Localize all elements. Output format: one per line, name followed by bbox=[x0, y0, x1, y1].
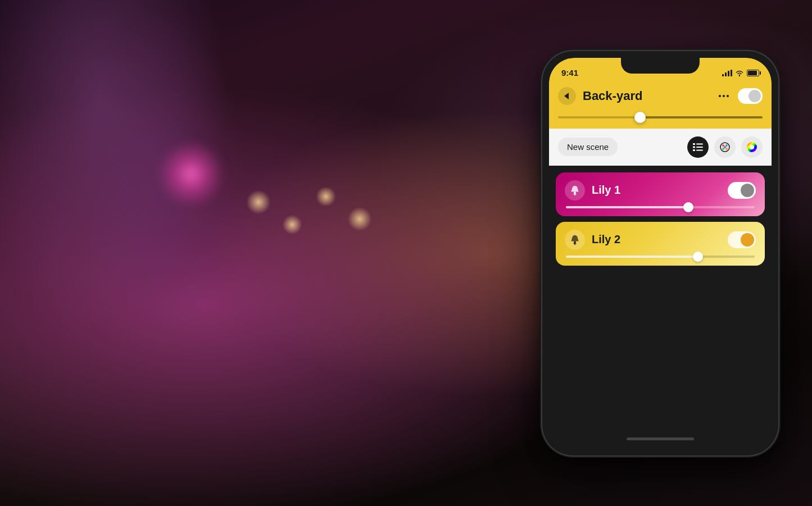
lily1-name: Lily 1 bbox=[592, 184, 721, 197]
phone-frame: 9:41 bbox=[542, 51, 778, 455]
new-scene-button[interactable]: New scene bbox=[558, 138, 618, 156]
color-wheel-button[interactable] bbox=[741, 136, 763, 158]
phone-screen: 9:41 bbox=[549, 58, 772, 449]
battery-icon bbox=[747, 70, 759, 76]
lily2-name: Lily 2 bbox=[592, 233, 721, 246]
status-icons bbox=[722, 70, 759, 76]
lily1-toggle[interactable] bbox=[728, 182, 756, 199]
svg-point-7 bbox=[722, 144, 724, 147]
palette-icon bbox=[719, 142, 731, 153]
svg-rect-2 bbox=[693, 149, 695, 151]
svg-point-13 bbox=[750, 145, 754, 149]
app-content: 9:41 bbox=[549, 58, 772, 449]
lily1-brightness-slider[interactable] bbox=[566, 206, 755, 208]
wifi-icon bbox=[735, 70, 744, 76]
more-options-button[interactable] bbox=[716, 93, 731, 99]
lily1-card[interactable]: Lily 1 bbox=[556, 172, 765, 216]
svg-point-11 bbox=[724, 146, 726, 148]
phone-mockup: 9:41 bbox=[542, 51, 778, 455]
phone-notch bbox=[621, 58, 700, 74]
lily1-icon-circle bbox=[565, 180, 585, 200]
color-wheel-icon bbox=[746, 141, 758, 153]
string-lights bbox=[225, 157, 393, 270]
svg-point-10 bbox=[725, 148, 728, 150]
status-time: 9:41 bbox=[561, 68, 578, 78]
room-power-toggle[interactable] bbox=[738, 88, 763, 104]
lily2-card[interactable]: Lily 2 bbox=[556, 222, 765, 266]
lily2-brightness-slider[interactable] bbox=[566, 256, 755, 258]
svg-rect-17 bbox=[574, 241, 575, 243]
room-title: Back-yard bbox=[583, 89, 710, 103]
svg-rect-4 bbox=[696, 147, 703, 148]
lily2-icon-circle bbox=[565, 230, 585, 250]
list-view-button[interactable] bbox=[687, 136, 709, 158]
lily2-toggle[interactable] bbox=[728, 231, 756, 248]
brightness-area bbox=[549, 114, 772, 129]
svg-point-9 bbox=[722, 148, 724, 150]
scenes-toolbar: New scene bbox=[549, 129, 772, 166]
svg-rect-0 bbox=[693, 143, 695, 145]
back-button[interactable] bbox=[558, 87, 576, 105]
svg-rect-18 bbox=[574, 243, 577, 244]
back-chevron-icon bbox=[564, 93, 569, 99]
nav-bar: Back-yard bbox=[549, 83, 772, 114]
spotlight-icon bbox=[569, 234, 580, 245]
list-icon bbox=[693, 143, 703, 151]
palette-button[interactable] bbox=[714, 136, 736, 158]
home-indicator bbox=[627, 437, 694, 440]
svg-rect-15 bbox=[574, 193, 577, 194]
spotlight-glow bbox=[157, 140, 225, 208]
brightness-slider[interactable] bbox=[558, 116, 763, 118]
bottom-bar bbox=[549, 430, 772, 449]
signal-icon bbox=[722, 70, 732, 76]
svg-rect-1 bbox=[693, 146, 695, 148]
svg-rect-5 bbox=[696, 149, 703, 151]
svg-rect-14 bbox=[574, 192, 575, 193]
svg-rect-3 bbox=[696, 143, 703, 144]
svg-point-8 bbox=[725, 144, 728, 147]
lights-list: Lily 1 bbox=[549, 166, 772, 430]
spotlight-icon bbox=[569, 185, 580, 196]
